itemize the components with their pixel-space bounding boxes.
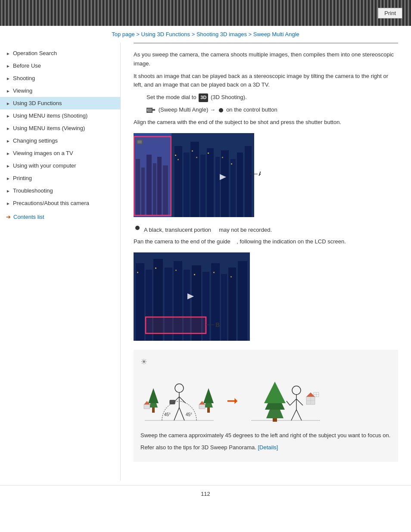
sidebar-label: Using MENU items (Shooting) — [13, 112, 87, 119]
arrow-icon: ► — [6, 64, 10, 68]
svg-rect-23 — [230, 159, 236, 217]
image-container-1: A — [134, 133, 398, 220]
breadcrumb-using3d[interactable]: Using 3D Functions — [141, 31, 190, 37]
sidebar-item-before-use[interactable]: ► Before Use — [0, 59, 120, 72]
svg-rect-24 — [237, 152, 243, 217]
svg-line-88 — [291, 410, 296, 420]
page-footer: 112 — [0, 485, 411, 502]
sidebar-item-shooting[interactable]: ► Shooting — [0, 72, 120, 84]
breadcrumb-sep1: > — [136, 31, 141, 37]
svg-rect-19 — [200, 155, 206, 217]
sweep-label: (Sweep Multi Angle) — [159, 106, 209, 113]
sidebar-label: Using with your computer — [13, 162, 76, 169]
svg-rect-2 — [153, 109, 155, 111]
svg-rect-66 — [170, 400, 175, 404]
svg-rect-26 — [175, 155, 176, 156]
screenshot-2-svg: B — [134, 252, 261, 341]
breadcrumb-sep3: > — [249, 31, 253, 37]
breadcrumb-current: Sweep Multi Angle — [253, 31, 299, 37]
svg-rect-17 — [184, 152, 190, 217]
bullet-note: A black, translucent portion may not be … — [134, 226, 398, 235]
sidebar-label: Troubleshooting — [13, 187, 53, 194]
svg-rect-14 — [137, 140, 142, 143]
svg-text:45°: 45° — [186, 412, 192, 417]
page-number: 112 — [201, 491, 210, 497]
sweep-icon — [146, 107, 156, 114]
sidebar-label: Operation Search — [13, 50, 57, 56]
page-layout: ► Operation Search ► Before Use ► Shooti… — [0, 43, 411, 481]
svg-rect-16 — [174, 146, 182, 217]
svg-rect-72 — [144, 404, 150, 409]
details-link[interactable]: [Details] — [258, 444, 278, 451]
sidebar-item-printing[interactable]: ► Printing — [0, 172, 120, 184]
sidebar-item-menu-viewing[interactable]: ► Using MENU items (Viewing) — [0, 122, 120, 134]
arrow-icon: ► — [6, 76, 10, 81]
arrow-icon: ► — [6, 101, 10, 106]
svg-rect-29 — [196, 157, 197, 158]
sidebar-label: Viewing images on a TV — [13, 150, 73, 156]
sidebar-item-using-3d[interactable]: ► Using 3D Functions — [0, 97, 120, 109]
sidebar-item-operation-search[interactable]: ► Operation Search — [0, 47, 120, 59]
arrow-icon: ► — [6, 176, 10, 180]
svg-rect-36 — [136, 263, 144, 341]
breadcrumb-top[interactable]: Top page — [112, 31, 135, 37]
svg-line-64 — [174, 408, 179, 420]
bullet-text: A black, translucent portion may not be … — [144, 226, 272, 235]
arrow-icon: ► — [6, 114, 10, 118]
svg-rect-45 — [221, 274, 227, 341]
screenshot-1-svg: A — [134, 133, 261, 217]
svg-rect-20 — [207, 148, 214, 217]
arrow-right-icon: ➔ — [6, 214, 11, 220]
svg-rect-51 — [194, 274, 195, 275]
arrow-icon: ► — [6, 164, 10, 168]
sidebar-label: Using 3D Functions — [13, 100, 62, 106]
top-divider — [134, 43, 398, 44]
contents-list-link[interactable]: ➔ Contents list — [0, 209, 120, 224]
svg-rect-27 — [177, 159, 179, 160]
sidebar-label: Before Use — [13, 62, 41, 69]
intro-paragraph-2: It shoots an image that can be played ba… — [134, 72, 398, 90]
sweep-instruction: (Sweep Multi Angle) → on the control but… — [146, 106, 398, 115]
set-mode-suffix: (3D Shooting). — [211, 94, 247, 100]
sidebar-item-viewing[interactable]: ► Viewing — [0, 84, 120, 97]
svg-text:B: B — [215, 321, 220, 328]
sidebar-label: Changing settings — [13, 137, 58, 144]
sidebar-label: Precautions/About this camera — [13, 200, 89, 206]
svg-rect-47 — [238, 261, 247, 341]
control-button-text: on the control button — [226, 106, 277, 113]
svg-rect-48 — [137, 272, 138, 273]
print-button[interactable]: Print — [378, 8, 402, 19]
content-body: As you sweep the camera, the camera shoo… — [134, 50, 398, 462]
label-a-text: A — [258, 170, 261, 177]
svg-rect-56 — [146, 317, 206, 333]
tip-icon: ☀ — [140, 356, 391, 368]
svg-marker-82 — [264, 382, 286, 403]
sidebar-item-changing-settings[interactable]: ► Changing settings — [0, 134, 120, 147]
svg-rect-71 — [152, 408, 155, 413]
arrow-icon: ► — [6, 139, 10, 143]
sidebar: ► Operation Search ► Before Use ► Shooti… — [0, 43, 121, 481]
arrow-icon: ► — [6, 126, 10, 131]
tip-left-svg: 45° 45° — [140, 375, 218, 427]
header-bar: Print — [0, 0, 411, 26]
svg-rect-18 — [190, 142, 199, 217]
control-button-circle — [219, 108, 223, 112]
svg-rect-28 — [192, 150, 193, 152]
sidebar-item-viewing-tv[interactable]: ► Viewing images on a TV — [0, 147, 120, 159]
sidebar-item-computer[interactable]: ► Using with your computer — [0, 159, 120, 172]
svg-rect-76 — [207, 408, 210, 413]
sidebar-item-troubleshooting[interactable]: ► Troubleshooting — [0, 184, 120, 197]
svg-rect-12 — [134, 137, 171, 215]
sweep-caption: Sweep the camera approximately 45 degree… — [140, 431, 391, 440]
svg-line-65 — [179, 408, 184, 420]
badge-3d: 3D — [199, 93, 208, 102]
arrow-icon: ► — [6, 201, 10, 205]
sidebar-item-menu-shooting[interactable]: ► Using MENU items (Shooting) — [0, 109, 120, 122]
svg-line-63 — [179, 397, 186, 403]
svg-rect-31 — [222, 157, 223, 158]
tip-right-svg — [247, 375, 324, 427]
sidebar-item-precautions[interactable]: ► Precautions/About this camera — [0, 197, 120, 209]
tip-box: ☀ — [134, 350, 398, 462]
svg-rect-49 — [155, 268, 156, 269]
breadcrumb-shooting3d[interactable]: Shooting 3D images — [196, 31, 247, 37]
